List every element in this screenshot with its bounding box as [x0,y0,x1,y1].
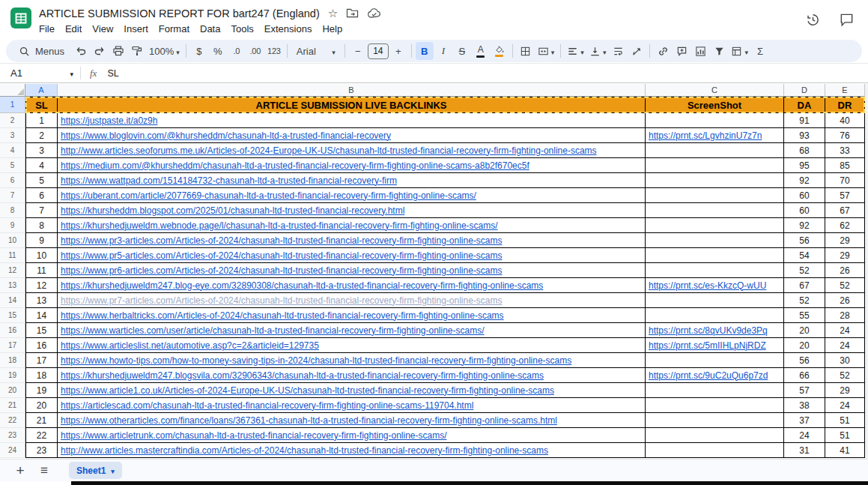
row-number-4[interactable]: 4 [0,143,25,158]
cell-backlink-url-12[interactable]: https://www.pr6-articles.com/Articles-of… [58,263,646,278]
cell-backlink-url-10[interactable]: https://www.pr3-articles.com/Articles-of… [58,233,646,248]
cell-screenshot-19[interactable]: https://prnt.sc/9uC2uQu6p7zd [646,368,784,383]
cell-screenshot-16[interactable]: https://prnt.sc/8qvUKv9de3Pq [646,323,784,338]
increase-font-size-button[interactable]: + [389,42,407,60]
cell-backlink-url-13[interactable]: https://khurshedjuweldm247.blog-eye.com/… [58,278,646,293]
cell-a3[interactable]: 2 [25,128,58,143]
currency-format-button[interactable]: $ [190,42,208,60]
cell-a18[interactable]: 17 [25,353,58,368]
version-history-icon[interactable] [805,12,821,28]
row-number-21[interactable]: 21 [0,398,25,413]
row-number-5[interactable]: 5 [0,158,25,173]
cell-screenshot-18[interactable] [646,353,784,368]
cell-dr-14[interactable]: 26 [825,293,865,308]
paint-format-button[interactable] [128,42,146,60]
row-number-15[interactable]: 15 [0,308,25,323]
sheets-logo-icon[interactable] [10,7,32,29]
cell-backlink-url-9[interactable]: https://khurshedjuweldm.webnode.page/l/c… [58,218,646,233]
cell-a11[interactable]: 10 [25,248,58,263]
cell-dr-20[interactable]: 29 [825,383,865,398]
percent-format-button[interactable]: % [209,42,227,60]
menu-tools[interactable]: Tools [225,22,258,35]
cell-backlink-url-16[interactable]: https://www.warticles.com/user/article/c… [58,323,646,338]
cell-backlink-url-11[interactable]: https://www.pr5-articles.com/Articles-of… [58,248,646,263]
add-sheet-button[interactable] [10,461,30,481]
row-number-16[interactable]: 16 [0,323,25,338]
menu-help[interactable]: Help [317,22,347,35]
cell-dr-24[interactable]: 41 [825,443,865,458]
cell-da-8[interactable]: 60 [784,203,825,218]
cell-name-box[interactable]: A1 [0,67,80,79]
cell-dr-8[interactable]: 67 [825,203,865,218]
cell-da-21[interactable]: 38 [784,398,825,413]
header-cell-screenshot[interactable]: ScreenShot [646,97,784,113]
cell-dr-6[interactable]: 70 [825,173,865,188]
cell-da-24[interactable]: 31 [784,443,825,458]
row-number-1[interactable]: 1 [0,97,25,113]
row-number-14[interactable]: 14 [0,293,25,308]
menu-extensions[interactable]: Extensions [259,22,318,35]
cell-a10[interactable]: 9 [25,233,58,248]
cell-a4[interactable]: 3 [25,143,58,158]
cell-screenshot-8[interactable] [646,203,784,218]
cell-screenshot-13[interactable]: https://prnt.sc/es-KkzcQ-wUU [646,278,784,293]
functions-button[interactable]: Σ [751,42,769,60]
cell-backlink-url-6[interactable]: https://www.wattpad.com/1514184732-chasu… [58,173,646,188]
column-header-a[interactable]: A [25,84,58,97]
cell-dr-22[interactable]: 51 [825,413,865,428]
cell-a23[interactable]: 22 [25,428,58,443]
column-header-b[interactable]: B [58,84,646,97]
cell-dr-2[interactable]: 40 [825,113,865,128]
font-family-select[interactable]: Arial [291,42,341,60]
cell-a8[interactable]: 7 [25,203,58,218]
insert-chart-button[interactable] [691,42,709,60]
cell-dr-21[interactable]: 24 [825,398,865,413]
menu-insert[interactable]: Insert [118,22,154,35]
cell-da-13[interactable]: 67 [784,278,825,293]
cell-dr-7[interactable]: 57 [825,188,865,203]
formula-input[interactable]: SL [107,68,118,79]
cell-da-23[interactable]: 24 [784,428,825,443]
cell-a17[interactable]: 16 [25,338,58,353]
cell-dr-11[interactable]: 29 [825,248,865,263]
all-sheets-button[interactable] [34,461,54,481]
menu-file[interactable]: File [34,22,60,35]
cell-da-19[interactable]: 66 [784,368,825,383]
row-number-18[interactable]: 18 [0,353,25,368]
cell-backlink-url-5[interactable]: https://medium.com/@khursheddm/chasunah-… [58,158,646,173]
row-number-6[interactable]: 6 [0,173,25,188]
merge-cells-button[interactable] [535,42,557,60]
cell-backlink-url-20[interactable]: https://www.article1.co.uk/Articles-of-2… [58,383,646,398]
cell-da-20[interactable]: 57 [784,383,825,398]
cell-a14[interactable]: 13 [25,293,58,308]
row-number-22[interactable]: 22 [0,413,25,428]
column-header-c[interactable]: C [646,84,784,97]
menu-format[interactable]: Format [154,22,195,35]
cell-dr-4[interactable]: 33 [825,143,865,158]
table-views-button[interactable] [729,42,750,60]
increase-decimal-button[interactable]: .00 [246,42,264,60]
cell-da-11[interactable]: 54 [784,248,825,263]
row-number-17[interactable]: 17 [0,338,25,353]
select-all-corner[interactable] [0,84,25,97]
menu-view[interactable]: View [87,22,118,35]
cell-screenshot-11[interactable] [646,248,784,263]
vertical-scrollbar[interactable] [865,84,868,459]
strikethrough-button[interactable]: S [453,42,471,60]
header-cell-sl[interactable]: SL [25,97,58,113]
cell-dr-15[interactable]: 28 [825,308,865,323]
document-title[interactable]: ARTICLE SUBMISSION REPORT FOR bart247 (E… [39,7,320,19]
row-number-20[interactable]: 20 [0,383,25,398]
cell-a22[interactable]: 21 [25,413,58,428]
cell-backlink-url-18[interactable]: https://www.howto-tips.com/how-to-money-… [58,353,646,368]
undo-button[interactable] [72,42,90,60]
cell-screenshot-20[interactable] [646,383,784,398]
row-number-7[interactable]: 7 [0,188,25,203]
cell-dr-18[interactable]: 30 [825,353,865,368]
insert-link-button[interactable] [654,42,672,60]
cell-screenshot-22[interactable] [646,413,784,428]
cell-screenshot-9[interactable] [646,218,784,233]
borders-button[interactable] [517,42,535,60]
cell-screenshot-15[interactable] [646,308,784,323]
cell-da-6[interactable]: 92 [784,173,825,188]
